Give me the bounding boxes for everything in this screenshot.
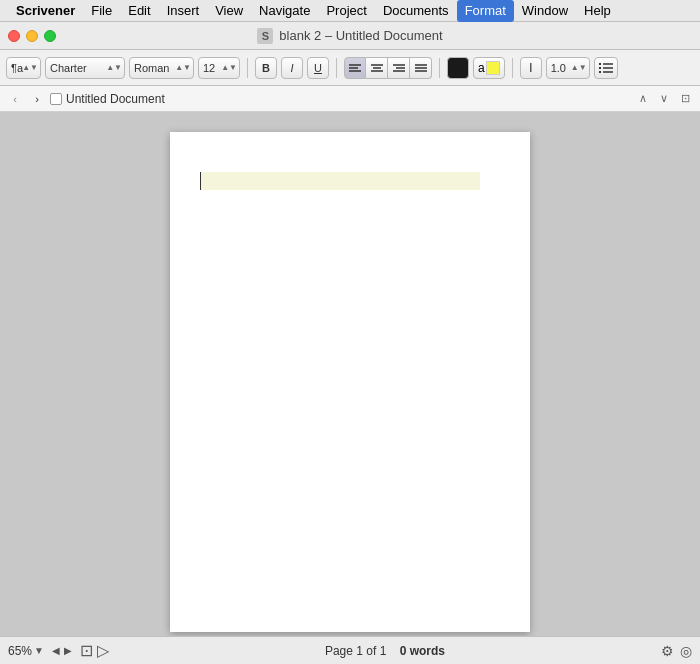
document-checkbox[interactable] (50, 93, 62, 105)
highlight-swatch (486, 61, 500, 75)
nav-back-button[interactable]: ‹ (6, 90, 24, 108)
nav-forward-button[interactable]: › (28, 90, 46, 108)
menu-documents[interactable]: Documents (375, 0, 457, 22)
statusbar-right: ⚙ ◎ (661, 643, 692, 659)
zoom-prev-button[interactable]: ◀ (52, 645, 60, 656)
separator-4 (512, 58, 513, 78)
separator-2 (336, 58, 337, 78)
collapse-up-button[interactable]: ∧ (634, 90, 652, 108)
menu-navigate[interactable]: Navigate (251, 0, 318, 22)
svg-rect-15 (599, 63, 601, 65)
window-title: S blank 2 – Untitled Document (257, 28, 442, 44)
menu-project[interactable]: Project (318, 0, 374, 22)
align-justify-icon (415, 63, 427, 73)
highlight-button[interactable]: a (473, 57, 505, 79)
menu-window[interactable]: Window (514, 0, 576, 22)
paragraph-style-wrapper[interactable]: ¶a ▲▼ (6, 57, 41, 79)
separator-1 (247, 58, 248, 78)
font-name-wrapper[interactable]: Charter ▲▼ (45, 57, 125, 79)
line-height-select[interactable]: 1.0 (546, 57, 590, 79)
page-info: Page 1 of 1 0 words (296, 644, 475, 658)
maximize-button[interactable] (44, 30, 56, 42)
menu-view[interactable]: View (207, 0, 251, 22)
alignment-group (344, 57, 432, 79)
menu-file[interactable]: File (83, 0, 120, 22)
paragraph-style-select[interactable]: ¶a (6, 57, 41, 79)
separator-3 (439, 58, 440, 78)
text-color-button[interactable] (447, 57, 469, 79)
close-button[interactable] (8, 30, 20, 42)
svg-rect-17 (599, 71, 601, 73)
menu-insert[interactable]: Insert (159, 0, 208, 22)
zoom-next-button[interactable]: ▶ (64, 645, 72, 656)
align-justify-button[interactable] (410, 57, 432, 79)
menu-edit[interactable]: Edit (120, 0, 158, 22)
menu-format[interactable]: Format (457, 0, 514, 22)
page-number: Page 1 of 1 (325, 644, 386, 658)
line-height-wrapper[interactable]: 1.0 ▲▼ (546, 57, 590, 79)
align-left-button[interactable] (344, 57, 366, 79)
statusbar: 65% ▼ ◀ ▶ ⊡ ▷ Page 1 of 1 0 words ⚙ ◎ (0, 636, 700, 664)
breadcrumb-title: Untitled Document (66, 92, 165, 106)
toolbar: ¶a ▲▼ Charter ▲▼ Roman ▲▼ 12 ▲▼ B I U (0, 50, 700, 86)
scrivener-icon: S (257, 28, 273, 44)
menubar: Scrivener File Edit Insert View Navigate… (0, 0, 700, 22)
window-controls (8, 30, 56, 42)
word-count: 0 words (400, 644, 445, 658)
font-name-select[interactable]: Charter (45, 57, 125, 79)
window-title-text: blank 2 – Untitled Document (279, 28, 442, 43)
menu-scrivener[interactable]: Scrivener (8, 0, 83, 22)
italic-button[interactable]: I (281, 57, 303, 79)
zoom-level: 65% (8, 644, 32, 658)
bold-button[interactable]: B (255, 57, 277, 79)
list-icon (599, 62, 613, 74)
align-center-icon (371, 63, 383, 73)
expand-button[interactable]: ⊡ (676, 90, 694, 108)
breadcrumb-right: ∧ ∨ ⊡ (634, 90, 694, 108)
document-page[interactable] (170, 132, 530, 632)
align-center-button[interactable] (366, 57, 388, 79)
snapshot-icon[interactable]: ▷ (97, 641, 109, 660)
font-size-wrapper[interactable]: 12 ▲▼ (198, 57, 240, 79)
main-content-area[interactable] (0, 112, 700, 636)
page-icon[interactable]: ⊡ (80, 641, 93, 660)
settings-icon[interactable]: ⚙ (661, 643, 674, 659)
font-style-wrapper[interactable]: Roman ▲▼ (129, 57, 194, 79)
zoom-dropdown-button[interactable]: ▼ (34, 645, 44, 656)
menu-help[interactable]: Help (576, 0, 619, 22)
align-right-button[interactable] (388, 57, 410, 79)
collapse-down-button[interactable]: ∨ (655, 90, 673, 108)
align-left-icon (349, 63, 361, 73)
text-input-area[interactable] (200, 172, 480, 190)
highlight-label: a (478, 61, 485, 75)
text-inspector-button[interactable]: I (520, 57, 542, 79)
underline-button[interactable]: U (307, 57, 329, 79)
zoom-control: 65% ▼ (8, 644, 44, 658)
font-style-select[interactable]: Roman (129, 57, 194, 79)
titlebar: S blank 2 – Untitled Document (0, 22, 700, 50)
list-button[interactable] (594, 57, 618, 79)
align-right-icon (393, 63, 405, 73)
font-size-select[interactable]: 12 (198, 57, 240, 79)
target-icon[interactable]: ◎ (680, 643, 692, 659)
svg-rect-16 (599, 67, 601, 69)
minimize-button[interactable] (26, 30, 38, 42)
breadcrumb-bar: ‹ › Untitled Document ∧ ∨ ⊡ (0, 86, 700, 112)
